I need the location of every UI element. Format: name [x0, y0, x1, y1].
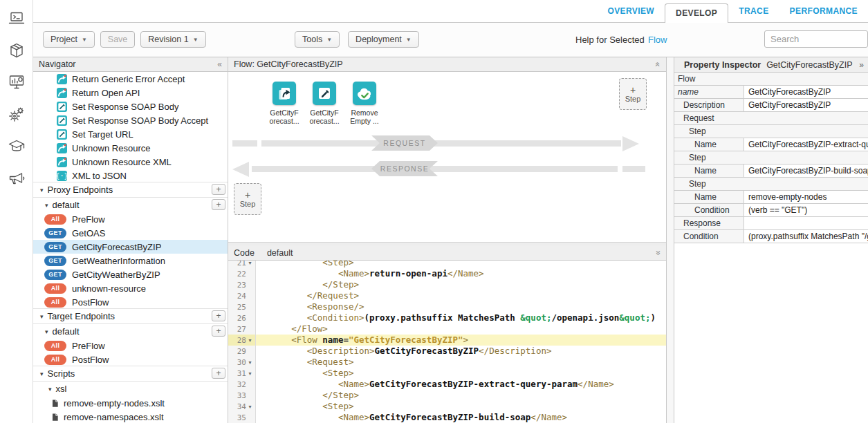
fold-icon[interactable]: ▾: [246, 337, 254, 344]
expand-panel-icon[interactable]: »: [859, 60, 864, 70]
tab-overview[interactable]: OVERVIEW: [597, 0, 665, 23]
add-button[interactable]: +: [212, 199, 225, 210]
inspector-row-value[interactable]: remove-empty-nodes: [744, 191, 868, 203]
policy-flow-arrow-icon: [57, 88, 67, 98]
nav-item-label: Scripts: [48, 368, 75, 379]
tools-menu-button[interactable]: Tools ▼: [295, 31, 340, 48]
nav-flow-item[interactable]: AllPreFlow: [33, 339, 228, 352]
nav-flow-item[interactable]: GETGetCityWeatherByZIP: [33, 267, 228, 281]
inspector-row-value[interactable]: [744, 217, 868, 229]
add-button[interactable]: +: [212, 368, 225, 379]
inspector-row-name: nameGetCityForecastByZIP: [674, 86, 868, 99]
megaphone-button[interactable]: [8, 169, 26, 187]
nav-group-header[interactable]: ▾xsl: [33, 382, 228, 396]
inspector-row-value[interactable]: GetCityForecastByZIP-extract-query-param: [744, 138, 868, 151]
package-box-button[interactable]: [8, 41, 26, 59]
nav-file-item[interactable]: remove-namespaces.xslt: [33, 410, 228, 423]
inspector-row-value[interactable]: (proxy.pathsuffix MatchesPath "/g: [744, 230, 868, 243]
nav-policy-item[interactable]: Return Open API: [33, 86, 228, 100]
nav-policy-item[interactable]: Set Target URL: [33, 127, 228, 141]
property-inspector-title: Property Inspector: [684, 60, 761, 70]
property-inspector-header: Property Inspector GetCityForecastByZIP …: [674, 57, 868, 73]
code-line-24: 24 </Request>: [228, 290, 666, 301]
nav-flow-item[interactable]: Allunknown-resource: [33, 281, 228, 295]
nav-policy-item[interactable]: Unknown Resource XML: [33, 155, 228, 169]
nav-policy-item[interactable]: Unknown Resource: [33, 141, 228, 155]
fold-icon[interactable]: ▾: [246, 404, 254, 410]
graduation-cap-button[interactable]: [8, 137, 26, 155]
request-band-label: REQUEST: [371, 135, 438, 151]
collapse-up-icon[interactable]: «: [654, 62, 663, 67]
svg-text:{·}: {·}: [57, 172, 67, 180]
add-step-button[interactable]: + Step: [234, 183, 261, 215]
nav-group-header[interactable]: ▾default+: [33, 198, 228, 212]
triangle-down-icon: ▾: [40, 313, 44, 320]
code-line-22: 22 <Name>return-open-api</Name>: [228, 268, 666, 279]
flow-step[interactable]: GetCityF orecast...: [308, 82, 340, 125]
nav-section-header[interactable]: ▾Proxy Endpoints+: [33, 182, 228, 198]
nav-policy-item[interactable]: Set Response SOAP Body: [33, 100, 228, 113]
add-button[interactable]: +: [212, 326, 225, 337]
verb-badge: All: [44, 283, 66, 294]
tab-develop[interactable]: DEVELOP: [665, 3, 728, 24]
nav-item-label: XML to JSON: [72, 171, 127, 181]
fold-icon[interactable]: ▾: [246, 359, 254, 366]
project-menu-label: Project: [50, 35, 77, 44]
project-menu-button[interactable]: Project ▼: [43, 31, 95, 48]
vertical-splitter[interactable]: [666, 57, 674, 423]
inspector-row-value[interactable]: GetCityForecastByZIP: [744, 99, 868, 111]
flow-step[interactable]: GetCityF orecast...: [268, 82, 300, 125]
flow-step-box[interactable]: [273, 82, 296, 105]
save-button[interactable]: Save: [100, 31, 136, 48]
chevron-down-icon: ▼: [326, 37, 332, 43]
code-line-28: 28▾ <Flow name="GetCityForecastByZIP">: [228, 335, 666, 346]
inspector-row-flow: Flow: [674, 73, 868, 86]
nav-section-header[interactable]: ▾Target Endpoints+: [33, 308, 228, 324]
collapse-panel-icon[interactable]: «: [217, 59, 222, 69]
code-panel[interactable]: 21▾ <Step>22 <Name>return-open-api</Name…: [228, 245, 666, 423]
nav-flow-item[interactable]: AllPostFlow: [33, 352, 228, 366]
flow-step-box[interactable]: [353, 82, 376, 105]
monitor-chart-button[interactable]: [8, 73, 26, 91]
nav-section-header[interactable]: ▾Scripts+: [33, 366, 228, 382]
add-step-label: Step: [625, 95, 641, 103]
revision-menu-button[interactable]: Revision 1 ▼: [140, 31, 205, 48]
toolbar: Project ▼ Save Revision 1 ▼ Tools ▼ Depl…: [33, 23, 868, 57]
nav-flow-item[interactable]: GETGetWeatherInformation: [33, 254, 228, 267]
nav-policy-item[interactable]: Return Generic Error Accept: [33, 72, 228, 86]
gears-button[interactable]: [8, 105, 26, 123]
nav-policy-item[interactable]: {·}XML to JSON: [33, 169, 228, 182]
nav-item-label: remove-empty-nodes.xslt: [64, 398, 165, 408]
search-input[interactable]: [764, 30, 868, 48]
nav-flow-item[interactable]: GETGetOAS: [33, 226, 228, 240]
inspector-row-label: Condition: [674, 230, 744, 243]
add-button[interactable]: +: [212, 310, 225, 321]
inspector-row-value[interactable]: GetCityForecastByZIP-build-soap: [744, 164, 868, 177]
inspector-row-value[interactable]: (verb == "GET"): [744, 204, 868, 216]
help-flow-link[interactable]: Flow: [648, 35, 667, 45]
nav-file-item[interactable]: remove-empty-nodes.xslt: [33, 396, 228, 410]
nav-group-header[interactable]: ▾default+: [33, 324, 228, 339]
tab-performance[interactable]: PERFORMANCE: [779, 0, 868, 23]
nav-flow-item[interactable]: AllPreFlow: [33, 212, 228, 226]
deployment-menu-button[interactable]: Deployment ▼: [348, 31, 419, 48]
collapse-down-icon[interactable]: «: [654, 250, 663, 255]
code-gutter: 33: [228, 390, 256, 401]
save-button-label: Save: [108, 35, 128, 44]
tab-trace[interactable]: TRACE: [728, 0, 779, 23]
step-pencil-icon: [315, 84, 333, 102]
flow-step[interactable]: Remove Empty ...: [349, 82, 380, 125]
laptop-terminal-button[interactable]: [8, 10, 26, 28]
inspector-row-value[interactable]: GetCityForecastByZIP: [744, 86, 868, 98]
code-line-text: <Name>GetCityForecastByZIP-extract-query…: [256, 379, 614, 390]
nav-flow-item[interactable]: AllPostFlow: [33, 295, 228, 309]
add-step-button[interactable]: + Step: [619, 78, 647, 110]
add-button[interactable]: +: [212, 184, 225, 195]
nav-flow-item[interactable]: GETGetCityForecastByZIP: [33, 240, 228, 254]
triangle-down-icon: ▾: [40, 187, 44, 194]
fold-icon[interactable]: ▾: [246, 370, 254, 377]
code-file-name: default: [267, 248, 293, 258]
flow-step-box[interactable]: [313, 82, 336, 105]
nav-policy-item[interactable]: Set Response SOAP Body Accept: [33, 113, 228, 127]
policy-braces-icon: {·}: [57, 171, 67, 181]
